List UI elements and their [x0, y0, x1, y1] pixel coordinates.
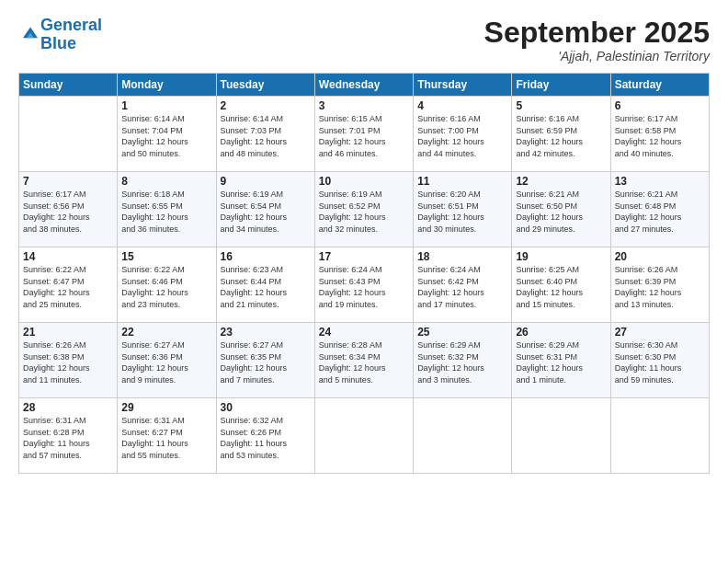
day-info: Sunrise: 6:18 AMSunset: 6:55 PMDaylight:…: [121, 189, 211, 235]
day-number: 1: [121, 99, 211, 112]
logo: General Blue: [18, 17, 102, 53]
table-cell: 13Sunrise: 6:21 AMSunset: 6:48 PMDayligh…: [610, 172, 709, 247]
day-info: Sunrise: 6:22 AMSunset: 6:46 PMDaylight:…: [121, 264, 211, 310]
day-info: Sunrise: 6:23 AMSunset: 6:44 PMDaylight:…: [221, 264, 311, 310]
day-number: 7: [23, 175, 113, 188]
day-info: Sunrise: 6:21 AMSunset: 6:50 PMDaylight:…: [516, 189, 606, 235]
table-cell: 7Sunrise: 6:17 AMSunset: 6:56 PMDaylight…: [19, 172, 118, 247]
day-number: 25: [417, 326, 507, 339]
col-saturday: Saturday: [610, 74, 709, 97]
logo-text: General Blue: [40, 17, 102, 53]
table-cell: 1Sunrise: 6:14 AMSunset: 7:04 PMDaylight…: [118, 97, 216, 172]
table-cell: [314, 398, 413, 474]
logo-icon: [20, 23, 40, 43]
day-info: Sunrise: 6:19 AMSunset: 6:52 PMDaylight:…: [319, 189, 409, 235]
day-number: 18: [417, 250, 507, 263]
table-cell: 28Sunrise: 6:31 AMSunset: 6:28 PMDayligh…: [19, 398, 118, 474]
week-row-2: 7Sunrise: 6:17 AMSunset: 6:56 PMDaylight…: [19, 172, 710, 247]
day-number: 27: [615, 326, 705, 339]
table-cell: 21Sunrise: 6:26 AMSunset: 6:38 PMDayligh…: [19, 323, 118, 398]
col-friday: Friday: [512, 74, 610, 97]
logo-text2: Blue: [40, 34, 76, 52]
day-number: 2: [221, 99, 311, 112]
day-number: 16: [221, 250, 311, 263]
day-info: Sunrise: 6:29 AMSunset: 6:32 PMDaylight:…: [417, 339, 507, 385]
table-cell: 14Sunrise: 6:22 AMSunset: 6:47 PMDayligh…: [19, 247, 118, 323]
col-monday: Monday: [118, 74, 216, 97]
day-info: Sunrise: 6:24 AMSunset: 6:42 PMDaylight:…: [417, 264, 507, 310]
day-info: Sunrise: 6:28 AMSunset: 6:34 PMDaylight:…: [319, 339, 409, 385]
table-cell: 18Sunrise: 6:24 AMSunset: 6:42 PMDayligh…: [414, 247, 512, 323]
day-info: Sunrise: 6:27 AMSunset: 6:36 PMDaylight:…: [121, 339, 211, 385]
day-info: Sunrise: 6:16 AMSunset: 6:59 PMDaylight:…: [516, 113, 606, 159]
day-info: Sunrise: 6:17 AMSunset: 6:56 PMDaylight:…: [23, 189, 113, 235]
day-info: Sunrise: 6:31 AMSunset: 6:27 PMDaylight:…: [121, 415, 211, 461]
day-number: 29: [121, 401, 211, 414]
header: General Blue September 2025 'Ajjah, Pale…: [18, 17, 710, 63]
page: General Blue September 2025 'Ajjah, Pale…: [0, 0, 728, 563]
col-thursday: Thursday: [414, 74, 512, 97]
table-cell: 11Sunrise: 6:20 AMSunset: 6:51 PMDayligh…: [414, 172, 512, 247]
table-cell: 16Sunrise: 6:23 AMSunset: 6:44 PMDayligh…: [216, 247, 314, 323]
day-number: 26: [516, 326, 606, 339]
day-number: 13: [615, 175, 705, 188]
day-info: Sunrise: 6:25 AMSunset: 6:40 PMDaylight:…: [516, 264, 606, 310]
day-info: Sunrise: 6:32 AMSunset: 6:26 PMDaylight:…: [221, 415, 311, 461]
table-cell: 29Sunrise: 6:31 AMSunset: 6:27 PMDayligh…: [118, 398, 216, 474]
day-info: Sunrise: 6:14 AMSunset: 7:03 PMDaylight:…: [221, 113, 311, 159]
table-cell: 17Sunrise: 6:24 AMSunset: 6:43 PMDayligh…: [314, 247, 413, 323]
day-number: 5: [516, 99, 606, 112]
day-number: 20: [615, 250, 705, 263]
day-number: 19: [516, 250, 606, 263]
table-cell: 23Sunrise: 6:27 AMSunset: 6:35 PMDayligh…: [216, 323, 314, 398]
table-cell: 30Sunrise: 6:32 AMSunset: 6:26 PMDayligh…: [216, 398, 314, 474]
table-cell: 22Sunrise: 6:27 AMSunset: 6:36 PMDayligh…: [118, 323, 216, 398]
col-tuesday: Tuesday: [216, 74, 314, 97]
week-row-1: 1Sunrise: 6:14 AMSunset: 7:04 PMDaylight…: [19, 97, 710, 172]
table-cell: 12Sunrise: 6:21 AMSunset: 6:50 PMDayligh…: [512, 172, 610, 247]
table-cell: 20Sunrise: 6:26 AMSunset: 6:39 PMDayligh…: [610, 247, 709, 323]
table-cell: 6Sunrise: 6:17 AMSunset: 6:58 PMDaylight…: [610, 97, 709, 172]
title-block: September 2025 'Ajjah, Palestinian Terri…: [484, 17, 710, 63]
day-number: 30: [221, 401, 311, 414]
table-cell: [19, 97, 118, 172]
day-number: 15: [121, 250, 211, 263]
week-row-3: 14Sunrise: 6:22 AMSunset: 6:47 PMDayligh…: [19, 247, 710, 323]
table-cell: 9Sunrise: 6:19 AMSunset: 6:54 PMDaylight…: [216, 172, 314, 247]
day-info: Sunrise: 6:15 AMSunset: 7:01 PMDaylight:…: [319, 113, 409, 159]
calendar-header-row: Sunday Monday Tuesday Wednesday Thursday…: [19, 74, 710, 97]
day-number: 14: [23, 250, 113, 263]
day-info: Sunrise: 6:26 AMSunset: 6:39 PMDaylight:…: [615, 264, 705, 310]
day-number: 24: [319, 326, 409, 339]
table-cell: 4Sunrise: 6:16 AMSunset: 7:00 PMDaylight…: [414, 97, 512, 172]
day-info: Sunrise: 6:31 AMSunset: 6:28 PMDaylight:…: [23, 415, 113, 461]
day-number: 8: [121, 175, 211, 188]
day-info: Sunrise: 6:30 AMSunset: 6:30 PMDaylight:…: [615, 339, 705, 385]
day-number: 23: [221, 326, 311, 339]
month-title: September 2025: [484, 17, 710, 49]
day-info: Sunrise: 6:20 AMSunset: 6:51 PMDaylight:…: [417, 189, 507, 235]
day-info: Sunrise: 6:27 AMSunset: 6:35 PMDaylight:…: [221, 339, 311, 385]
col-wednesday: Wednesday: [314, 74, 413, 97]
day-info: Sunrise: 6:24 AMSunset: 6:43 PMDaylight:…: [319, 264, 409, 310]
day-info: Sunrise: 6:17 AMSunset: 6:58 PMDaylight:…: [615, 113, 705, 159]
table-cell: [512, 398, 610, 474]
table-cell: 2Sunrise: 6:14 AMSunset: 7:03 PMDaylight…: [216, 97, 314, 172]
day-number: 22: [121, 326, 211, 339]
day-number: 3: [319, 99, 409, 112]
table-cell: 8Sunrise: 6:18 AMSunset: 6:55 PMDaylight…: [118, 172, 216, 247]
day-number: 17: [319, 250, 409, 263]
day-number: 28: [23, 401, 113, 414]
day-number: 21: [23, 326, 113, 339]
table-cell: 24Sunrise: 6:28 AMSunset: 6:34 PMDayligh…: [314, 323, 413, 398]
table-cell: 3Sunrise: 6:15 AMSunset: 7:01 PMDaylight…: [314, 97, 413, 172]
table-cell: 10Sunrise: 6:19 AMSunset: 6:52 PMDayligh…: [314, 172, 413, 247]
day-info: Sunrise: 6:19 AMSunset: 6:54 PMDaylight:…: [221, 189, 311, 235]
day-info: Sunrise: 6:21 AMSunset: 6:48 PMDaylight:…: [615, 189, 705, 235]
day-number: 10: [319, 175, 409, 188]
day-number: 9: [221, 175, 311, 188]
logo-text1: General: [40, 16, 102, 34]
table-cell: [610, 398, 709, 474]
day-info: Sunrise: 6:16 AMSunset: 7:00 PMDaylight:…: [417, 113, 507, 159]
day-number: 6: [615, 99, 705, 112]
